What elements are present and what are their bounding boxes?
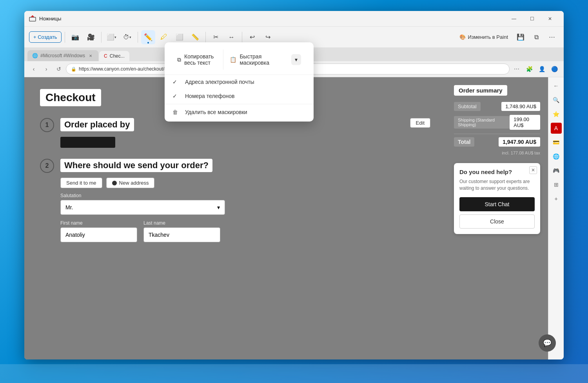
order-summary-sidebar: Order summary Subtotal 1,748.90 AU$ Ship… — [446, 77, 548, 359]
summary-divider — [454, 134, 540, 134]
salutation-select[interactable]: Mr. ▾ — [60, 200, 225, 215]
firstname-label: First name — [60, 220, 137, 226]
firstname-value: Anatoliy — [65, 232, 85, 238]
chevron-down-icon: ▾ — [295, 56, 298, 63]
extensions-btn[interactable]: 🧩 — [524, 64, 535, 74]
sidebar-search-icon[interactable]: 🔍 — [551, 94, 562, 105]
minimize-button[interactable]: — — [505, 13, 523, 25]
forward-button[interactable]: › — [41, 64, 52, 74]
camera-button[interactable]: 📷 — [68, 30, 82, 44]
send-to-me-option[interactable]: Send it to me — [60, 178, 102, 188]
order-summary-title: Order summary — [454, 85, 507, 96]
chat-float-button[interactable]: 💬 — [539, 334, 548, 352]
lastname-field: Last name Tkachev — [143, 220, 220, 242]
lastname-value: Tkachev — [149, 232, 169, 238]
copy-all-text-label: Копировать весь текст — [184, 53, 214, 66]
chat-icon: 💬 — [543, 339, 548, 347]
step-2-title: Where should we send your order? — [60, 159, 212, 172]
select-chevron-icon: ▾ — [217, 204, 220, 211]
tab-canyon[interactable]: C Chec... — [99, 51, 129, 61]
help-text: Our customer support experts are waiting… — [459, 178, 535, 192]
paint-button[interactable]: 🎨 Изменить в Paint — [456, 32, 512, 42]
subtotal-row: Subtotal 1,748.90 AU$ — [454, 102, 540, 111]
sidebar-games-icon[interactable]: 🎮 — [551, 165, 562, 176]
timer-button[interactable]: ⏱▾ — [120, 30, 134, 44]
email-check-icon: ✓ — [172, 79, 180, 85]
active-indicator — [147, 42, 149, 44]
tab-canyon-label: Chec... — [110, 53, 125, 59]
tab-microsoft[interactable]: 🌐 #Microsoft #Windows ✕ — [27, 50, 98, 61]
subtotal-label: Subtotal — [454, 102, 481, 111]
phone-mask-item[interactable]: ✓ Номера телефонов — [165, 89, 314, 103]
expand-button[interactable]: ▾ — [291, 54, 301, 65]
help-close-x[interactable]: ✕ — [529, 166, 537, 174]
masked-email-field — [60, 137, 115, 148]
tab-microsoft-label: #Microsoft #Windows — [40, 53, 85, 58]
more-button[interactable]: ⋯ — [545, 30, 559, 44]
create-button[interactable]: + Создать — [29, 31, 62, 43]
sidebar-favorites-icon[interactable]: ⭐ — [551, 109, 562, 120]
new-address-label: New address — [119, 180, 149, 186]
quick-mask-label: Быстрая маскировка — [240, 53, 288, 66]
sidebar-wallet-icon[interactable]: 💳 — [551, 137, 562, 148]
salutation-label: Salutation — [60, 193, 430, 198]
dropdown-header: ⧉ Копировать весь текст 📋 Быстрая маскир… — [165, 45, 314, 75]
shape-button[interactable]: ⬜▾ — [105, 30, 119, 44]
copy-icon: ⧉ — [177, 56, 181, 63]
quick-mask-dropdown: ⧉ Копировать весь текст 📋 Быстрая маскир… — [165, 42, 314, 122]
browser-sidebar: ← 🔍 ⭐ A 💳 🌐 🎮 ⊞ + — [548, 77, 564, 359]
phone-mask-label: Номера телефонов — [185, 93, 235, 99]
svg-rect-0 — [29, 17, 36, 21]
refresh-button[interactable]: ↺ — [53, 64, 64, 74]
checkout-section-1: 1 Order placed by Edit — [40, 118, 430, 148]
app-icon — [29, 15, 36, 22]
sidebar-back-icon[interactable]: ← — [551, 80, 562, 91]
total-value: 1,947.90 AU$ — [499, 137, 540, 147]
checkout-section-2: 2 Where should we send your order? Send … — [40, 159, 430, 242]
taskbar — [0, 364, 588, 383]
start-chat-button[interactable]: Start Chat — [459, 197, 535, 211]
delivery-options: Send it to me New address — [60, 178, 430, 188]
bing-btn[interactable]: 🔵 — [549, 64, 560, 74]
salutation-value: Mr. — [65, 204, 73, 211]
pen-tool-button[interactable]: ✏️ — [141, 30, 155, 44]
paint-icon: 🎨 — [459, 34, 466, 40]
total-label: Total — [454, 137, 474, 147]
radio-dot — [112, 181, 117, 185]
nav-more[interactable]: ⋯ — [511, 64, 522, 74]
help-widget: ✕ Do you need help? Our customer support… — [454, 163, 540, 234]
email-mask-item[interactable]: ✓ Адреса электронной почты — [165, 75, 314, 89]
step-1-edit-button[interactable]: Edit — [410, 118, 430, 128]
copy-button[interactable]: ⧉ — [529, 30, 543, 44]
sidebar-translator-icon[interactable]: 🌐 — [551, 151, 562, 162]
sidebar-more-icon[interactable]: + — [551, 193, 562, 204]
sidebar-apps-icon[interactable]: ⊞ — [551, 179, 562, 190]
shipping-label: Shipping (Standard Shipping) — [454, 116, 510, 129]
delete-masks-item[interactable]: 🗑 Удалить все маскировки — [165, 105, 314, 119]
divider-3 — [138, 32, 138, 43]
copy-all-text-button[interactable]: ⧉ Копировать весь текст — [171, 49, 220, 70]
sidebar-adobe-icon[interactable]: A — [551, 123, 562, 134]
step-1-number: 1 — [40, 118, 54, 132]
window-controls: — ☐ ✕ — [505, 13, 559, 25]
profile-btn[interactable]: 👤 — [536, 64, 547, 74]
paint-label: Изменить в Paint — [468, 34, 508, 40]
help-close-button[interactable]: Close — [459, 214, 535, 229]
video-button[interactable]: 🎥 — [84, 30, 98, 44]
save-button[interactable]: 💾 — [514, 30, 528, 44]
firstname-input[interactable]: Anatoliy — [60, 227, 137, 242]
shipping-value: 199.00 AU$ — [510, 115, 540, 130]
title-bar-left: Ножницы — [29, 15, 61, 22]
close-button[interactable]: ✕ — [541, 13, 559, 25]
name-form-row: First name Anatoliy Last name Tkachev — [60, 220, 430, 242]
back-button[interactable]: ‹ — [28, 64, 39, 74]
lastname-input[interactable]: Tkachev — [143, 227, 220, 242]
step-2-number: 2 — [40, 159, 54, 173]
divider-5 — [242, 32, 242, 43]
quick-mask-button[interactable]: 📋 Быстрая маскировка ▾ — [223, 49, 307, 70]
new-address-option[interactable]: New address — [106, 178, 155, 188]
window-title: Ножницы — [39, 16, 61, 22]
tab-microsoft-close[interactable]: ✕ — [87, 53, 94, 59]
trash-icon: 🗑 — [172, 109, 180, 115]
maximize-button[interactable]: ☐ — [523, 13, 541, 25]
